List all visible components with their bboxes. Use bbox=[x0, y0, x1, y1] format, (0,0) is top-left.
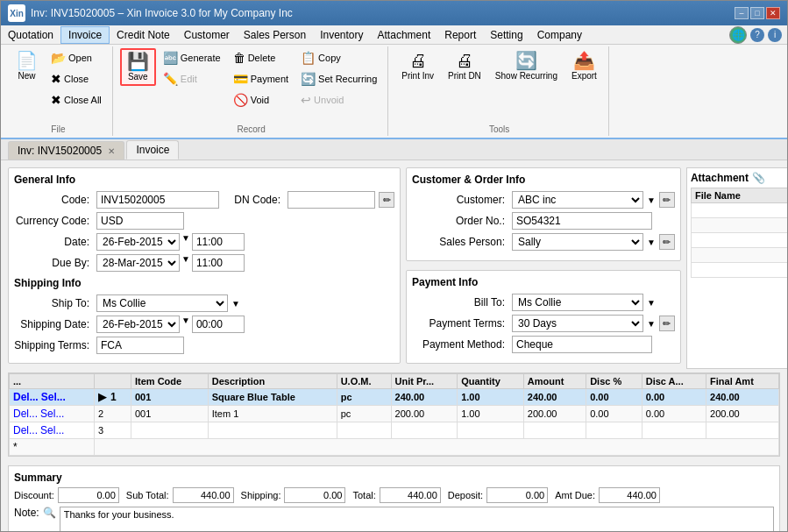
del-link[interactable]: Del... bbox=[13, 424, 38, 436]
row-item-code[interactable]: 001 bbox=[131, 406, 208, 422]
row-amount[interactable] bbox=[523, 422, 586, 439]
unvoid-button[interactable]: ↩ Unvoid bbox=[295, 90, 382, 110]
deposit-input[interactable] bbox=[486, 487, 548, 503]
row-quantity[interactable]: 1.00 bbox=[458, 406, 524, 422]
menu-customer[interactable]: Customer bbox=[177, 27, 237, 43]
menu-credit-note[interactable]: Credit Note bbox=[110, 27, 177, 43]
row-item-code[interactable]: 001 bbox=[131, 389, 208, 406]
row-uom[interactable] bbox=[337, 422, 391, 439]
customer-select[interactable]: ABC inc bbox=[512, 191, 643, 209]
new-button[interactable]: 📄 New bbox=[10, 48, 44, 84]
generate-button[interactable]: 🔤 Generate bbox=[158, 48, 226, 67]
row-unit-price[interactable]: 240.00 bbox=[391, 389, 458, 406]
row-amount[interactable]: 200.00 bbox=[523, 406, 586, 422]
open-button[interactable]: 📂 Open bbox=[46, 48, 107, 67]
due-by-time-input[interactable] bbox=[192, 254, 245, 272]
row-description[interactable] bbox=[208, 422, 337, 439]
close-button[interactable]: ✖ Close bbox=[46, 69, 107, 89]
row-quantity[interactable] bbox=[458, 422, 524, 439]
delete-button[interactable]: 🗑 Delete bbox=[228, 48, 294, 67]
currency-input[interactable] bbox=[96, 212, 184, 230]
row-final-amt[interactable]: 200.00 bbox=[706, 406, 779, 422]
note-search-icon[interactable]: 🔍 bbox=[43, 507, 56, 519]
dn-code-input[interactable] bbox=[288, 191, 375, 209]
help-icon[interactable]: ? bbox=[750, 28, 764, 42]
row-description[interactable]: Item 1 bbox=[208, 406, 337, 422]
row-description[interactable]: Square Blue Table bbox=[208, 389, 337, 406]
edit-code-button[interactable]: ✏ bbox=[379, 192, 394, 208]
row-unit-price[interactable]: 200.00 bbox=[391, 406, 458, 422]
save-button[interactable]: 💾 Save bbox=[120, 48, 156, 86]
row-disc-pct[interactable]: 0.00 bbox=[586, 389, 642, 406]
set-recurring-button[interactable]: 🔄 Set Recurring bbox=[295, 69, 382, 89]
menu-setting[interactable]: Setting bbox=[483, 27, 529, 43]
row-disc-pct[interactable] bbox=[586, 422, 642, 439]
amt-due-input[interactable] bbox=[599, 487, 660, 503]
close-button[interactable]: ✕ bbox=[766, 7, 780, 19]
minimize-button[interactable]: – bbox=[735, 7, 749, 19]
tab-inv-close[interactable]: ✕ bbox=[108, 146, 115, 156]
copy-button[interactable]: 📋 Copy bbox=[295, 48, 382, 67]
sel-link[interactable]: Sel... bbox=[40, 408, 64, 420]
ship-to-select[interactable]: Ms Collie bbox=[96, 294, 228, 312]
bill-to-select[interactable]: Ms Collie bbox=[512, 294, 643, 311]
date-time-input[interactable] bbox=[192, 233, 245, 251]
payment-terms-select[interactable]: 30 Days bbox=[512, 315, 643, 332]
menu-inventory[interactable]: Inventory bbox=[313, 27, 370, 43]
row-final-amt[interactable] bbox=[706, 422, 779, 439]
total-input[interactable] bbox=[380, 487, 441, 503]
print-dn-button[interactable]: 🖨 Print DN bbox=[442, 48, 487, 84]
menu-invoice[interactable]: Invoice bbox=[60, 26, 110, 44]
table-row[interactable]: Del... Sel... 3 bbox=[10, 422, 779, 439]
row-uom[interactable]: pc bbox=[337, 406, 391, 422]
row-disc-amt[interactable] bbox=[642, 422, 706, 439]
payment-button[interactable]: 💳 Payment bbox=[228, 69, 294, 89]
export-button[interactable]: 📤 Export bbox=[565, 48, 603, 84]
close-all-button[interactable]: ✖ Close All bbox=[46, 90, 107, 110]
menu-report[interactable]: Report bbox=[437, 27, 483, 43]
payment-terms-edit-button[interactable]: ✏ bbox=[659, 316, 675, 331]
maximize-button[interactable]: □ bbox=[750, 7, 764, 19]
edit-button[interactable]: ✏️ Edit bbox=[158, 69, 226, 89]
sel-link[interactable]: Sel... bbox=[41, 391, 66, 403]
row-disc-pct[interactable]: 0.00 bbox=[586, 406, 642, 422]
sel-link[interactable]: Sel... bbox=[40, 424, 64, 436]
sales-person-select[interactable]: Sally bbox=[512, 233, 643, 251]
menu-attachment[interactable]: Attachment bbox=[371, 27, 438, 43]
row-final-amt[interactable]: 240.00 bbox=[706, 389, 779, 406]
note-textarea[interactable]: Thanks for your business. bbox=[60, 507, 774, 531]
void-button[interactable]: 🚫 Void bbox=[228, 90, 294, 110]
row-amount[interactable]: 240.00 bbox=[523, 389, 586, 406]
row-disc-amt[interactable]: 0.00 bbox=[642, 406, 706, 422]
sub-total-input[interactable] bbox=[173, 487, 234, 503]
shipping-input[interactable] bbox=[284, 487, 345, 503]
menu-company[interactable]: Company bbox=[530, 27, 589, 43]
table-new-row[interactable]: * bbox=[10, 439, 779, 456]
tab-inv[interactable]: Inv: INV15020005 ✕ bbox=[8, 141, 124, 160]
due-by-select[interactable]: 28-Mar-2015 bbox=[96, 254, 180, 272]
table-row[interactable]: Del... Sel... 2 001 Item 1 pc 200.00 1.0… bbox=[10, 406, 779, 422]
row-disc-amt[interactable]: 0.00 bbox=[642, 389, 706, 406]
expand-icon[interactable]: ▶ bbox=[98, 391, 106, 403]
order-no-input[interactable] bbox=[512, 212, 652, 230]
show-recurring-button[interactable]: 🔄 Show Recurring bbox=[489, 48, 564, 84]
table-row[interactable]: Del... Sel... ▶ 1 001 Square Blue Table … bbox=[10, 389, 779, 406]
payment-method-input[interactable] bbox=[512, 336, 652, 353]
row-unit-price[interactable] bbox=[391, 422, 458, 439]
shipping-date-time-input[interactable] bbox=[192, 316, 245, 333]
shipping-terms-input[interactable] bbox=[96, 337, 184, 354]
menu-quotation[interactable]: Quotation bbox=[1, 27, 60, 43]
print-inv-button[interactable]: 🖨 Print Inv bbox=[395, 48, 440, 84]
date-select[interactable]: 26-Feb-2015 bbox=[96, 233, 180, 251]
code-input[interactable] bbox=[96, 191, 219, 209]
menu-sales-person[interactable]: Sales Person bbox=[237, 27, 313, 43]
del-link[interactable]: Del... bbox=[13, 408, 38, 420]
info-icon[interactable]: i bbox=[768, 28, 782, 42]
del-link[interactable]: Del... bbox=[13, 391, 39, 403]
tab-invoice[interactable]: Invoice bbox=[126, 140, 179, 160]
customer-edit-button[interactable]: ✏ bbox=[659, 192, 675, 208]
row-uom[interactable]: pc bbox=[337, 389, 391, 406]
shipping-date-select[interactable]: 26-Feb-2015 bbox=[96, 316, 180, 333]
sales-person-edit-button[interactable]: ✏ bbox=[659, 234, 675, 250]
row-item-code[interactable] bbox=[131, 422, 208, 439]
